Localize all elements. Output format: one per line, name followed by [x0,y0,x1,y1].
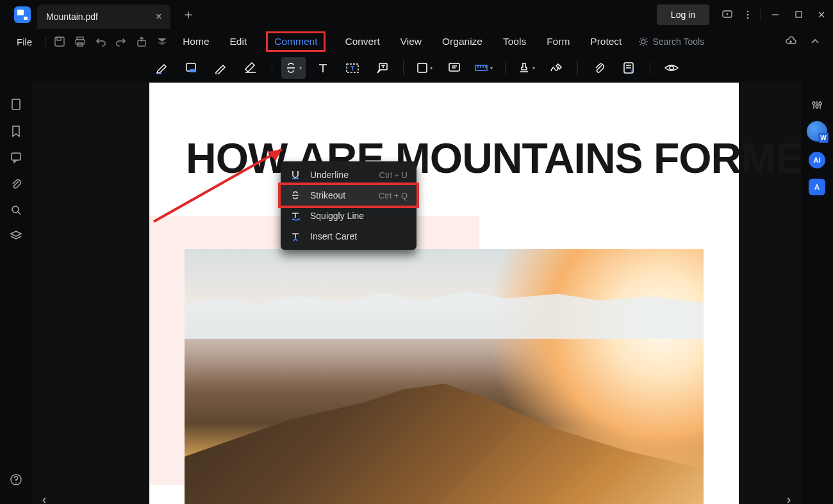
collapse-ribbon-icon[interactable] [805,31,825,52]
tab-protect[interactable]: Protect [589,33,623,50]
stamp-tool[interactable]: ▾ [515,57,539,79]
undo-icon[interactable] [90,31,111,52]
app-logo [14,6,31,23]
help-icon[interactable] [10,473,22,486]
svg-point-56 [812,102,815,104]
print-icon[interactable] [70,31,90,52]
textbox-tool[interactable] [340,57,365,79]
menubar: File Home Edit Comment Convert View Orga… [0,29,833,54]
search-tools-label: Search Tools [652,37,704,47]
properties-icon[interactable] [811,99,823,111]
measure-tool[interactable]: ▾ [472,57,496,79]
new-tab-button[interactable]: ＋ [182,6,195,23]
tab-comment[interactable]: Comment [266,31,326,52]
main-area: HOW ARE MOUNTAINS FORMED? Underline Ctrl… [0,81,833,504]
svg-line-47 [18,212,21,215]
layers-icon[interactable] [10,230,22,241]
document-viewport[interactable]: HOW ARE MOUNTAINS FORMED? Underline Ctrl… [32,81,801,504]
eraser-tool[interactable] [238,57,263,79]
thumbnails-icon[interactable] [10,98,22,111]
highlight-tool[interactable] [150,57,174,79]
attachment-tool[interactable] [587,57,611,79]
tab-organize[interactable]: Organize [441,33,484,50]
ai-assistant-icon[interactable]: AI [809,152,825,168]
strikeout-icon [290,190,301,200]
svg-rect-6 [796,12,802,17]
message-icon[interactable] [717,4,738,25]
prev-page-overlay[interactable]: ‹ [42,493,46,504]
file-menu[interactable]: File [8,37,41,47]
document-heading: HOW ARE MOUNTAINS FORMED? [186,134,801,183]
svg-point-58 [819,102,821,105]
caret-icon [290,231,301,241]
svg-point-1 [727,13,728,14]
tab-home[interactable]: Home [181,33,210,50]
svg-line-21 [646,44,647,45]
cloud-upload-icon[interactable] [780,31,801,52]
svg-point-2 [747,10,749,12]
svg-line-22 [640,44,641,45]
avatar-badge: W [818,133,829,143]
dropdown-label: Strikeout [310,190,345,200]
tab-convert[interactable]: Convert [343,33,381,50]
redo-icon[interactable] [111,31,131,52]
share-icon[interactable] [131,31,152,52]
bookmarks-icon[interactable] [11,125,21,138]
note-tool[interactable] [442,57,466,79]
search-tools[interactable]: Search Tools [638,37,704,47]
svg-rect-9 [55,37,64,46]
translate-icon[interactable]: A [809,179,825,195]
svg-line-23 [646,38,647,40]
svg-rect-30 [418,63,427,72]
svg-rect-10 [57,37,61,40]
attachments-panel-icon[interactable] [10,177,22,190]
hide-comments-tool[interactable] [659,57,684,79]
svg-line-20 [640,38,641,40]
titlebar: Mountain.pdf × ＋ Log in [0,0,833,29]
search-panel-icon[interactable] [10,204,22,216]
comment-toolbar: ▾ ▾ ▾ ▾ [0,54,833,81]
tab-tools[interactable]: Tools [502,33,527,50]
dropdown-insert-caret[interactable]: Insert Caret [281,226,416,247]
quick-actions-icon[interactable] [152,31,172,52]
tab-form[interactable]: Form [545,33,571,50]
login-button[interactable]: Log in [657,4,709,25]
strikeout-tool-dropdown[interactable]: ▾ [281,57,306,79]
dropdown-squiggly[interactable]: Squiggly Line [281,206,416,226]
area-highlight-tool[interactable] [179,57,204,79]
save-icon[interactable] [49,31,70,52]
svg-rect-44 [12,99,20,110]
tab-view[interactable]: View [399,33,423,50]
dropdown-strikeout[interactable]: Strikeout Ctrl + Q [278,183,419,208]
page: HOW ARE MOUNTAINS FORMED? [149,83,739,504]
signature-tool[interactable] [544,57,568,79]
dropdown-label: Squiggly Line [310,211,364,221]
comments-panel-icon[interactable] [10,152,22,163]
maximize-button[interactable] [787,4,810,25]
close-tab-icon[interactable]: × [156,11,161,22]
next-page-overlay[interactable]: › [787,493,791,504]
minimize-button[interactable] [764,4,787,25]
document-tab[interactable]: Mountain.pdf × [37,4,170,29]
user-avatar[interactable]: W [807,121,827,142]
mountain-photo [185,249,704,504]
dropdown-shortcut: Ctrl + Q [379,191,408,200]
menu-tabs: Home Edit Comment Convert View Organize … [181,31,623,52]
svg-point-4 [747,17,749,19]
dropdown-shortcut: Ctrl + U [379,170,408,180]
dropdown-label: Insert Caret [310,231,357,241]
squiggly-icon [290,211,301,221]
svg-rect-45 [12,153,21,160]
shape-tool[interactable]: ▾ [413,57,437,79]
pencil-tool[interactable] [209,57,233,79]
left-sidebar [0,81,32,504]
comment-list-tool[interactable] [616,57,641,79]
svg-point-46 [12,206,19,213]
callout-tool[interactable] [370,57,394,79]
close-window-button[interactable] [810,4,833,25]
more-icon[interactable] [738,4,758,25]
svg-rect-12 [76,40,85,44]
tab-edit[interactable]: Edit [229,33,249,50]
svg-point-43 [670,66,673,70]
text-tool[interactable] [311,57,335,79]
